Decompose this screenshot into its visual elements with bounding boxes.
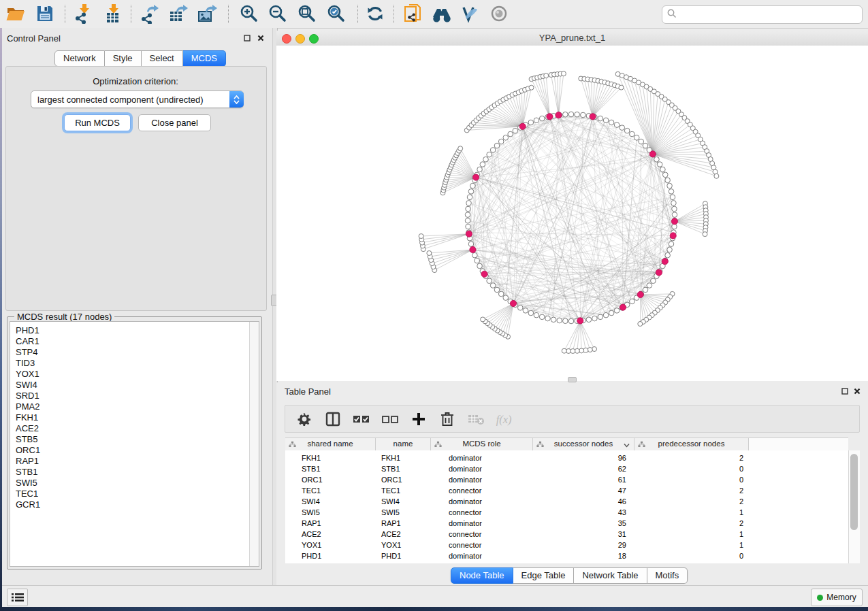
graph-node[interactable] <box>592 347 597 352</box>
mcds-result-item[interactable]: TEC1 <box>10 489 259 499</box>
table-row[interactable]: STB1STB1dominator620 <box>285 463 848 474</box>
graph-node[interactable] <box>539 116 545 121</box>
graph-hub-node[interactable] <box>649 151 656 157</box>
graph-node[interactable] <box>544 73 549 78</box>
graph-node[interactable] <box>477 167 483 172</box>
tab-network[interactable]: Network <box>54 50 105 67</box>
graph-node[interactable] <box>468 242 474 247</box>
graph-node[interactable] <box>529 85 534 90</box>
graph-node[interactable] <box>703 232 707 237</box>
mcds-result-item[interactable]: STB1 <box>10 467 259 478</box>
graph-node[interactable] <box>670 195 675 200</box>
graph-hub-node[interactable] <box>662 259 668 265</box>
network-canvas[interactable] <box>276 46 868 381</box>
column-header-name[interactable]: name <box>376 438 431 451</box>
horizontal-splitter-grip[interactable] <box>568 377 577 382</box>
run-mcds-button[interactable]: Run MCDS <box>64 114 131 131</box>
graph-node[interactable] <box>603 312 609 318</box>
graph-node[interactable] <box>419 234 423 239</box>
graph-node[interactable] <box>669 242 674 247</box>
graph-node[interactable] <box>638 321 643 326</box>
graph-node[interactable] <box>467 195 472 200</box>
graph-node[interactable] <box>465 212 470 218</box>
list-scrollbar[interactable] <box>249 322 259 566</box>
optimization-criterion-select[interactable]: largest connected component (undirected) <box>31 90 244 108</box>
graph-node[interactable] <box>669 189 674 195</box>
table-scrollbar[interactable] <box>848 450 860 563</box>
graph-node[interactable] <box>539 314 545 320</box>
graph-node[interactable] <box>490 283 496 288</box>
tab-select[interactable]: Select <box>142 50 183 67</box>
mcds-result-item[interactable]: SWI5 <box>10 478 259 489</box>
close-panel-button[interactable]: Close panel <box>138 114 211 131</box>
graph-node[interactable] <box>498 291 504 297</box>
graph-hub-node[interactable] <box>466 231 472 237</box>
column-header-successor-nodes[interactable]: successor nodes <box>533 438 634 451</box>
graph-node[interactable] <box>498 139 504 144</box>
save-session-icon[interactable] <box>33 2 57 25</box>
tab-motifs[interactable]: Motifs <box>647 567 688 584</box>
graph-node[interactable] <box>586 317 592 323</box>
network-graph[interactable] <box>276 46 868 381</box>
tab-node-table[interactable]: Node Table <box>451 567 513 584</box>
graph-node[interactable] <box>643 287 648 293</box>
mcds-result-item[interactable]: ACE2 <box>10 423 259 434</box>
graph-node[interactable] <box>654 156 660 162</box>
graph-node[interactable] <box>561 71 566 76</box>
graph-node[interactable] <box>458 146 463 151</box>
task-history-button[interactable] <box>7 589 28 606</box>
search-box[interactable] <box>662 5 863 24</box>
graph-node[interactable] <box>651 278 656 284</box>
graph-node[interactable] <box>466 206 471 212</box>
open-file-icon[interactable] <box>4 2 27 25</box>
mcds-result-item[interactable]: TID3 <box>10 358 259 369</box>
graph-hub-node[interactable] <box>481 271 487 277</box>
graph-node[interactable] <box>490 148 496 153</box>
graph-node[interactable] <box>534 312 539 318</box>
memory-button[interactable]: Memory <box>811 589 863 606</box>
graph-node[interactable] <box>534 118 539 123</box>
zoom-out-icon[interactable] <box>266 2 289 25</box>
graph-node[interactable] <box>630 299 635 304</box>
graph-node[interactable] <box>465 218 470 224</box>
column-header-MCDS-role[interactable]: MCDS role <box>431 438 533 451</box>
graph-node[interactable] <box>598 116 603 121</box>
graph-hub-node[interactable] <box>620 304 626 310</box>
graph-node[interactable] <box>427 251 432 256</box>
table-row[interactable]: ACE2ACE2connector311 <box>285 529 848 540</box>
graph-node[interactable] <box>657 162 662 167</box>
graph-hub-node[interactable] <box>510 300 516 306</box>
vizmapper-icon[interactable] <box>458 2 481 25</box>
deselect-all-rows-icon[interactable] <box>381 410 400 429</box>
graph-node[interactable] <box>660 167 666 172</box>
graph-node[interactable] <box>487 152 492 157</box>
tab-mcds[interactable]: MCDS <box>183 50 226 67</box>
graph-node[interactable] <box>568 112 574 117</box>
mcds-result-item[interactable]: YOX1 <box>10 369 259 380</box>
float-panel-icon[interactable] <box>242 33 252 43</box>
table-settings-gear-icon[interactable] <box>295 410 314 429</box>
zoom-fit-icon[interactable] <box>295 2 319 25</box>
graph-hub-node[interactable] <box>577 318 583 324</box>
import-network-icon[interactable] <box>71 2 94 25</box>
mcds-result-item[interactable]: CAR1 <box>10 336 259 347</box>
select-all-rows-icon[interactable] <box>352 410 371 429</box>
table-row[interactable]: RAP1RAP1dominator352 <box>285 518 848 529</box>
graph-node[interactable] <box>487 278 492 284</box>
mcds-result-item[interactable]: STB5 <box>10 434 259 445</box>
mcds-result-item[interactable]: PMA2 <box>10 401 259 412</box>
table-row[interactable]: SWI5SWI5connector431 <box>285 507 848 518</box>
graph-node[interactable] <box>528 310 534 316</box>
zoom-selected-icon[interactable] <box>325 2 348 25</box>
graph-node[interactable] <box>609 120 614 125</box>
graph-hub-node[interactable] <box>670 233 676 239</box>
column-header-shared-name[interactable]: shared name <box>285 438 376 451</box>
graph-node[interactable] <box>624 128 630 133</box>
graph-node[interactable] <box>563 112 568 117</box>
graph-hub-node[interactable] <box>656 269 662 276</box>
graph-node[interactable] <box>662 172 668 178</box>
graph-node[interactable] <box>481 317 485 322</box>
graph-node[interactable] <box>672 224 677 229</box>
tab-style[interactable]: Style <box>105 50 142 67</box>
delete-row-icon[interactable] <box>438 410 457 429</box>
